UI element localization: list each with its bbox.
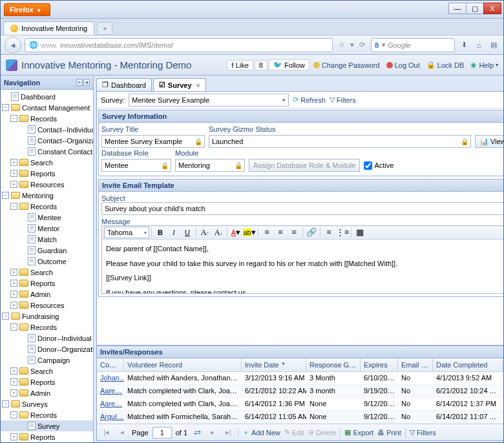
- dropdown-icon[interactable]: ▾: [350, 41, 354, 49]
- help-link[interactable]: ◉Help▾: [470, 61, 498, 69]
- fb-like-button[interactable]: fLike: [227, 60, 253, 70]
- prev-page-button[interactable]: ◂: [116, 427, 128, 438]
- browser-search[interactable]: 8▾ Google: [371, 38, 455, 52]
- contact-link[interactable]: Arqul…: [100, 413, 121, 420]
- assign-button[interactable]: Assign Database Role & Module: [249, 159, 360, 172]
- contact-link[interactable]: Aare…: [100, 387, 121, 395]
- download-icon[interactable]: ⬇: [458, 39, 470, 51]
- col-expires[interactable]: Expires: [361, 358, 398, 371]
- font-select[interactable]: Tahoma: [104, 227, 149, 238]
- font-grow-button[interactable]: A↑: [198, 227, 211, 238]
- feed-icon[interactable]: ☆: [339, 41, 345, 49]
- font-shrink-button[interactable]: A↓: [212, 227, 225, 238]
- maximize-button[interactable]: ▢: [466, 3, 484, 14]
- tree-node[interactable]: Match: [1, 234, 93, 245]
- source-button[interactable]: ▦: [353, 227, 366, 238]
- tree-node[interactable]: Donor--Individual: [1, 333, 93, 344]
- message-editor[interactable]: Dear parent of [[Contact Name]], Please …: [101, 240, 504, 294]
- tree-node[interactable]: −Records: [1, 201, 93, 212]
- active-checkbox[interactable]: Active: [364, 159, 394, 172]
- align-center-button[interactable]: ≡: [274, 227, 287, 238]
- view-gizmo-button[interactable]: 📊View in SurveyGizmo: [475, 135, 504, 148]
- tab-dashboard[interactable]: ❐Dashboard: [96, 78, 152, 91]
- back-button[interactable]: ◄: [5, 37, 21, 54]
- tree-node[interactable]: −Contact Management: [1, 102, 93, 113]
- col-contact[interactable]: Contact: [97, 358, 124, 371]
- tree-node[interactable]: Mentor: [1, 223, 93, 234]
- tree-node[interactable]: Guardian: [1, 245, 93, 256]
- close-button[interactable]: X: [483, 3, 501, 14]
- browser-tab[interactable]: Innovative Mentoring: [3, 21, 94, 35]
- tree-node[interactable]: +Search: [1, 366, 93, 376]
- minimize-button[interactable]: —: [448, 3, 467, 14]
- close-tab-icon[interactable]: ×: [196, 81, 200, 89]
- ol-button[interactable]: ≡: [322, 227, 335, 238]
- navigation-tree[interactable]: Dashboard−Contact Management−RecordsCont…: [1, 90, 93, 443]
- tree-node[interactable]: −Records: [1, 113, 93, 124]
- first-page-button[interactable]: |◂: [101, 427, 112, 438]
- tree-node[interactable]: +Admin: [1, 289, 93, 300]
- font-color-button[interactable]: A▾: [229, 227, 242, 238]
- tree-node[interactable]: −Records: [1, 409, 93, 420]
- tree-node[interactable]: Contact--Organization: [1, 135, 93, 146]
- url-input[interactable]: 🌐 www.innovativedatabase.com/IMS/demo/: [25, 38, 333, 52]
- tree-node[interactable]: Dashboard: [1, 91, 93, 102]
- change-password-link[interactable]: Change Password: [313, 61, 380, 69]
- tree-node[interactable]: −Mentoring: [1, 190, 93, 201]
- tree-node[interactable]: Contact--Individual: [1, 124, 93, 135]
- tree-node[interactable]: +Reports: [1, 168, 93, 179]
- italic-button[interactable]: I: [167, 227, 180, 238]
- last-page-button[interactable]: ▸|: [222, 427, 234, 438]
- tree-node[interactable]: +Resources: [1, 179, 93, 190]
- col-volunteer[interactable]: Volunteer Record: [124, 358, 242, 371]
- filters-button[interactable]: ▽Filters: [330, 96, 356, 104]
- reload-icon[interactable]: ⟳: [359, 41, 365, 49]
- tree-node[interactable]: Outcome: [1, 256, 93, 267]
- collapse-nav-button[interactable]: «◂: [76, 79, 90, 86]
- subject-input[interactable]: Survey about your child's match: [101, 202, 504, 215]
- edit-button[interactable]: ✎Edit: [284, 428, 304, 437]
- tree-node[interactable]: +Search: [1, 157, 93, 168]
- export-button[interactable]: ▦Export: [344, 428, 373, 437]
- contact-link[interactable]: Aare…: [100, 400, 121, 407]
- filters-button[interactable]: ▽Filters: [410, 428, 436, 437]
- delete-button[interactable]: ⊖Delete: [308, 428, 337, 437]
- add-new-button[interactable]: ＋Add New: [242, 428, 280, 437]
- tree-node[interactable]: +Reports: [1, 431, 93, 442]
- align-left-button[interactable]: ≡: [260, 227, 273, 238]
- refresh-button[interactable]: ⟳Refresh: [293, 96, 326, 104]
- tree-node[interactable]: +Reports: [1, 278, 93, 289]
- lockdb-link[interactable]: 🔒Lock DB: [426, 61, 465, 69]
- col-invite-date[interactable]: Invite Date▼: [242, 358, 306, 371]
- bookmarks-icon[interactable]: ▤: [488, 39, 499, 51]
- table-row[interactable]: Aare…Match completed with Clark, Joan (1…: [97, 398, 504, 411]
- tree-node[interactable]: −Records: [1, 322, 93, 333]
- tree-node[interactable]: Mentee: [1, 212, 93, 223]
- next-page-button[interactable]: ⮂: [191, 427, 203, 438]
- col-email-sent[interactable]: Email Sent: [398, 358, 433, 371]
- survey-select[interactable]: Mentee Survey Example: [129, 94, 289, 107]
- col-response-group[interactable]: Response Group: [306, 358, 361, 371]
- page-input[interactable]: [152, 427, 172, 438]
- tree-node[interactable]: Campaign: [1, 355, 93, 366]
- survey-title-input[interactable]: Mentee Survey Example: [101, 135, 205, 148]
- next-page-button[interactable]: ▸: [207, 427, 218, 438]
- tree-node[interactable]: −Surveys: [1, 398, 93, 409]
- new-tab-button[interactable]: +: [97, 22, 112, 35]
- tree-node[interactable]: +Resources: [1, 300, 93, 311]
- table-row[interactable]: Arqul…Matched with Formichella, Sarah (1…: [97, 411, 504, 424]
- contact-link[interactable]: Johan…: [100, 374, 121, 382]
- tab-survey[interactable]: ☑Survey×: [153, 78, 206, 91]
- tree-node[interactable]: +Reports: [1, 376, 93, 387]
- tree-node[interactable]: +Admin: [1, 387, 93, 398]
- firefox-menu-button[interactable]: Firefox: [4, 3, 50, 16]
- underline-button[interactable]: U: [181, 227, 194, 238]
- tree-node[interactable]: Survey: [1, 420, 93, 431]
- home-icon[interactable]: ⌂: [473, 39, 485, 51]
- tree-node[interactable]: +Search: [1, 267, 93, 278]
- link-button[interactable]: 🔗: [305, 227, 318, 238]
- tree-node[interactable]: Constant Contact: [1, 146, 93, 157]
- bold-button[interactable]: B: [154, 227, 167, 238]
- align-right-button[interactable]: ≡: [288, 227, 300, 238]
- tree-node[interactable]: −Fundraising: [1, 311, 93, 322]
